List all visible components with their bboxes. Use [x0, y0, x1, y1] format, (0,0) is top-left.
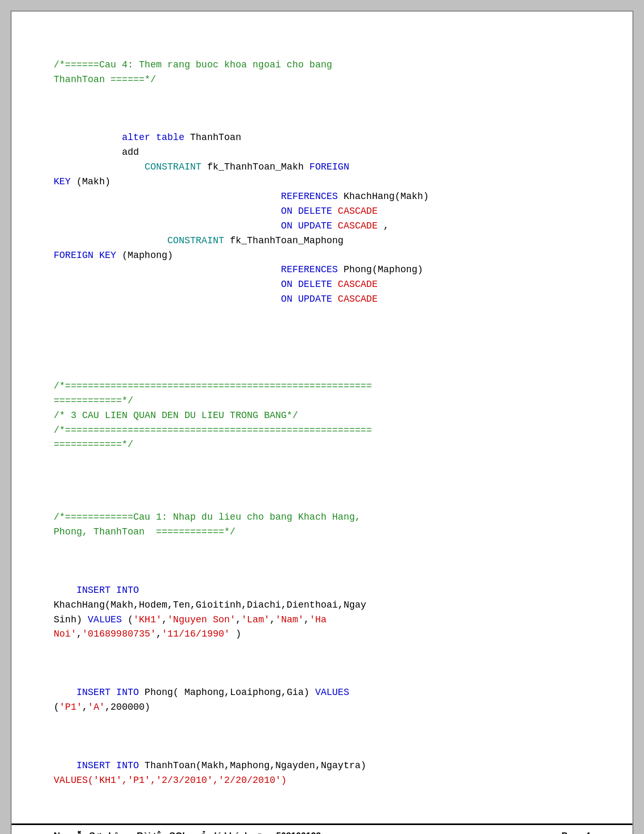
- page-content: /*======Cau 4: Them rang buoc khoa ngoai…: [12, 12, 632, 823]
- insert-phong: INSERT INTO Phong( Maphong,Loaiphong,Gia…: [54, 671, 590, 730]
- cau1-comment-header: /*============Cau 1: Nhap du lieu cho ba…: [54, 495, 590, 554]
- cau4-comment-header: /*======Cau 4: Them rang buoc khoa ngoai…: [54, 43, 590, 102]
- page-footer: Nguyễn Sơn Lâm – Bài tập SQL quản lý khá…: [12, 823, 632, 834]
- insert-thanhtoan: INSERT INTO ThanhToan(Makh,Maphong,Ngayd…: [54, 744, 590, 803]
- footer-left: Nguyễn Sơn Lâm – Bài tập SQL quản lý khá…: [54, 830, 321, 834]
- divider-comment: /*======================================…: [54, 364, 590, 467]
- page-container: /*======Cau 4: Them rang buoc khoa ngoai…: [11, 11, 633, 834]
- footer-right: Page 4: [561, 831, 590, 834]
- alter-table-block: alter table ThanhToan add CONSTRAINT fk_…: [54, 116, 590, 322]
- insert-khachhang: INSERT INTO KhachHang(Makh,Hodem,Ten,Gio…: [54, 569, 590, 657]
